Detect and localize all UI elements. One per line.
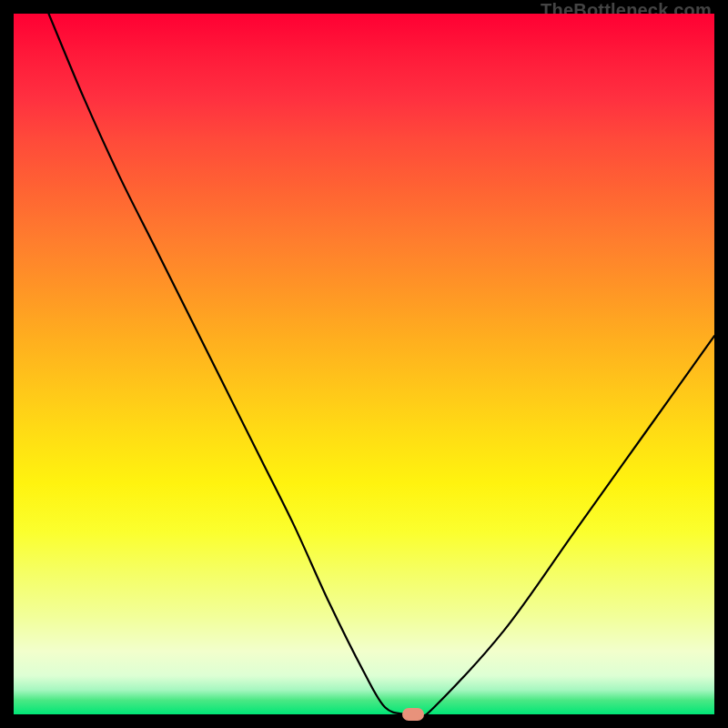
chart-container: TheBottleneck.com <box>0 0 728 728</box>
plot-area <box>14 14 714 714</box>
optimal-marker <box>402 708 424 721</box>
bottleneck-curve <box>14 14 714 714</box>
